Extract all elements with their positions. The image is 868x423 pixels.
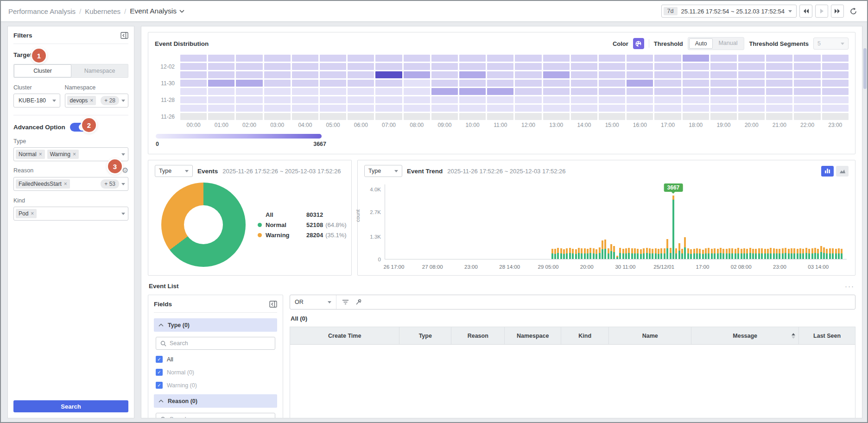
sort-icon[interactable]	[792, 333, 795, 339]
breadcrumb-item[interactable]: Performance Analysis	[8, 7, 76, 15]
heatmap-cell[interactable]	[543, 88, 570, 95]
heatmap-cell[interactable]	[180, 71, 207, 78]
trend-bar[interactable]	[835, 249, 837, 259]
heatmap-cell[interactable]	[431, 80, 458, 87]
heatmap-cell[interactable]	[404, 113, 430, 120]
trend-bar[interactable]	[678, 243, 680, 259]
trend-bar[interactable]	[708, 248, 710, 259]
heatmap-cell[interactable]	[348, 113, 374, 120]
trend-bar[interactable]	[731, 248, 733, 259]
trend-bar[interactable]	[722, 249, 724, 259]
heatmap-cell[interactable]	[208, 113, 234, 120]
heatmap-cell[interactable]	[375, 63, 402, 70]
remove-tag-icon[interactable]: ×	[64, 181, 67, 187]
threshold-auto-button[interactable]: Auto	[689, 38, 713, 49]
trend-bar[interactable]	[717, 249, 719, 259]
heatmap-cell[interactable]	[404, 55, 430, 62]
heatmap-cell[interactable]	[320, 63, 346, 70]
area-chart-toggle-button[interactable]	[836, 166, 849, 177]
heatmap-cell[interactable]	[543, 113, 570, 120]
heatmap-cell[interactable]	[320, 71, 346, 78]
heatmap-cell[interactable]	[794, 71, 820, 78]
trend-bar[interactable]	[838, 248, 840, 259]
heatmap-cell[interactable]	[710, 63, 737, 70]
trend-bar[interactable]	[773, 248, 775, 259]
heatmap-cell[interactable]	[571, 80, 597, 87]
heatmap-cell[interactable]	[236, 55, 262, 62]
trend-bar[interactable]	[649, 248, 651, 259]
heatmap-cell[interactable]	[264, 71, 291, 78]
trend-bar[interactable]	[693, 249, 695, 259]
trend-bar[interactable]	[785, 248, 786, 259]
search-button[interactable]: Search	[13, 400, 128, 412]
heatmap-cell[interactable]	[264, 113, 291, 120]
heatmap-cell[interactable]	[627, 88, 653, 95]
trend-bar[interactable]	[596, 249, 597, 259]
table-header-cell[interactable]: Name	[609, 327, 691, 344]
field-section-header[interactable]: Reason (0)	[154, 394, 277, 408]
trend-bar[interactable]	[675, 248, 677, 259]
heatmap-cell[interactable]	[543, 105, 570, 112]
heatmap-cell[interactable]	[180, 96, 207, 103]
scrollbar-thumb[interactable]	[863, 48, 867, 89]
heatmap-cell[interactable]	[375, 105, 402, 112]
trend-bar[interactable]	[593, 248, 595, 259]
heatmap-cell[interactable]	[599, 55, 625, 62]
heatmap-cell[interactable]	[543, 71, 570, 78]
heatmap-cell[interactable]	[515, 105, 541, 112]
heatmap-cell[interactable]	[627, 63, 653, 70]
heatmap-cell[interactable]	[487, 88, 513, 95]
heatmap-cell[interactable]	[236, 96, 262, 103]
heatmap-cell[interactable]	[180, 80, 207, 87]
trend-bar[interactable]	[782, 248, 784, 259]
tab-cluster[interactable]: Cluster	[14, 64, 71, 77]
trend-bar[interactable]	[832, 248, 834, 259]
trend-bar[interactable]	[625, 248, 627, 259]
heatmap-cell[interactable]	[431, 71, 458, 78]
heatmap-cell[interactable]	[543, 63, 570, 70]
heatmap-cell[interactable]	[710, 88, 737, 95]
heatmap-cell[interactable]	[766, 96, 792, 103]
heatmap-cell[interactable]	[180, 105, 207, 112]
heatmap-cell[interactable]	[654, 88, 681, 95]
trend-bar[interactable]	[628, 248, 630, 259]
trend-bar[interactable]	[672, 196, 674, 259]
trend-bar[interactable]	[604, 240, 606, 259]
trend-bar[interactable]	[735, 249, 736, 259]
trend-bar[interactable]	[808, 249, 810, 259]
color-palette-button[interactable]	[633, 38, 644, 49]
heatmap-cell[interactable]	[515, 96, 541, 103]
field-checkbox-row[interactable]: Warning (0)	[156, 382, 275, 389]
trend-bar[interactable]	[743, 248, 745, 259]
trend-bar[interactable]	[634, 248, 636, 259]
trend-bar[interactable]	[711, 249, 713, 259]
trend-bar[interactable]	[622, 249, 624, 259]
kind-tag[interactable]: Pod×	[16, 209, 37, 218]
heatmap-cell[interactable]	[738, 80, 765, 87]
heatmap-cell[interactable]	[822, 55, 849, 62]
trend-bar[interactable]	[637, 249, 639, 259]
heatmap-cell[interactable]	[264, 80, 291, 87]
heatmap-cell[interactable]	[404, 96, 430, 103]
heatmap-cell[interactable]	[292, 88, 318, 95]
trend-bar[interactable]	[814, 248, 816, 259]
trend-bar[interactable]	[761, 248, 763, 259]
heatmap-cell[interactable]	[487, 80, 513, 87]
trend-bar[interactable]	[741, 249, 742, 259]
heatmap-cell[interactable]	[208, 105, 234, 112]
heatmap-cell[interactable]	[348, 63, 374, 70]
trend-bar[interactable]	[705, 248, 707, 259]
heatmap-cell[interactable]	[348, 55, 374, 62]
heatmap-cell[interactable]	[683, 71, 709, 78]
heatmap-cell[interactable]	[627, 113, 653, 120]
heatmap-cell[interactable]	[431, 96, 458, 103]
heatmap-cell[interactable]	[404, 88, 430, 95]
heatmap-cell[interactable]	[822, 96, 849, 103]
trend-bar[interactable]	[696, 248, 698, 259]
heatmap-cell[interactable]	[375, 80, 402, 87]
trend-bar[interactable]	[737, 248, 739, 259]
heatmap-cell[interactable]	[292, 105, 318, 112]
trend-bar[interactable]	[575, 249, 577, 259]
trend-bar[interactable]	[584, 248, 586, 259]
trend-bar[interactable]	[660, 248, 662, 259]
